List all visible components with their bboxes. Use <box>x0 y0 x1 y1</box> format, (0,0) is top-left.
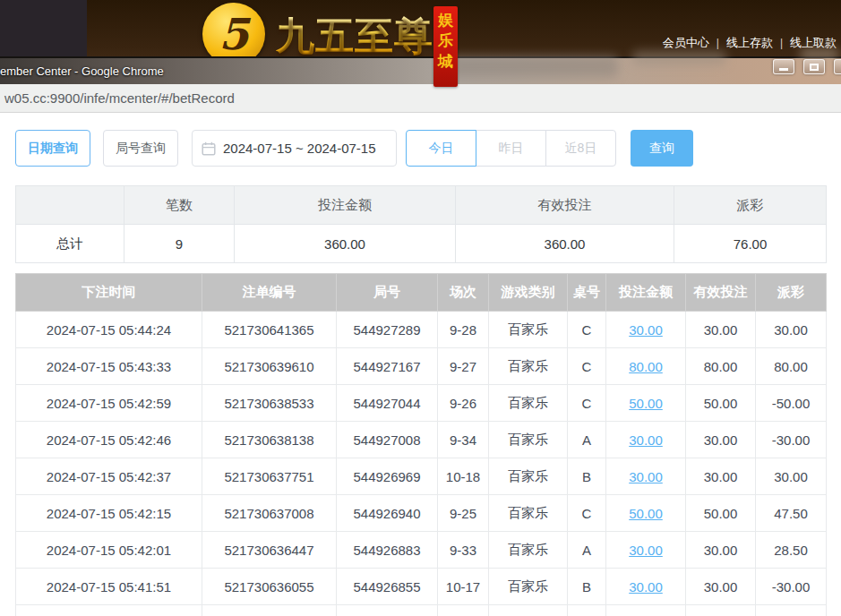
cell-game-type: 百家乐 <box>489 532 568 569</box>
cell-valid-bet: 80.00 <box>686 348 756 385</box>
search-button[interactable]: 查询 <box>631 130 693 167</box>
bet-amount-link[interactable]: 30.00 <box>629 432 663 448</box>
bet-amount-link[interactable]: 30.00 <box>629 322 663 338</box>
cell-table-number: B <box>568 569 606 605</box>
cell-table-number: C <box>568 495 606 532</box>
nav-separator: | <box>717 37 719 49</box>
cell-bet-amount: 80.00 <box>606 348 686 385</box>
summary-header-payout: 派彩 <box>674 186 827 225</box>
address-bar[interactable]: w05.cc:9900/infe/mcenter/#/betRecord <box>0 84 841 113</box>
cell-bet-time: 2024-07-15 05:42:37 <box>16 458 202 495</box>
cell-bet-amount: 50.00 <box>606 385 686 422</box>
date-query-tab[interactable]: 日期查询 <box>15 130 90 167</box>
bet-amount-link[interactable]: 30.00 <box>629 579 663 595</box>
cell-payout: 80.00 <box>756 348 827 385</box>
cell-bet-time: 2024-07-15 05:42:46 <box>16 422 202 458</box>
summary-header-blank <box>16 186 124 225</box>
window-title: ember Center - Google Chrome <box>0 64 164 78</box>
cell-bet-amount: 30.00 <box>606 532 686 569</box>
round-query-tab[interactable]: 局号查询 <box>103 130 178 167</box>
minimize-button[interactable] <box>773 59 794 74</box>
cell-round-number: 544927289 <box>337 312 438 348</box>
cell-order-number: 521730637008 <box>202 495 337 532</box>
bet-amount-link[interactable]: 80.00 <box>629 359 663 374</box>
table-row: 2024-07-15 05:41:44521730635859544926839… <box>16 605 827 616</box>
cell-valid-bet: 30.00 <box>686 605 756 616</box>
maximize-icon <box>810 64 819 71</box>
cell-session: 9-28 <box>438 312 489 348</box>
cell-session: 9-25 <box>438 495 489 532</box>
banner-char: 乐 <box>438 33 453 48</box>
cell-order-number: 521730638533 <box>202 385 337 422</box>
cell-valid-bet: 30.00 <box>686 422 756 458</box>
cell-order-number: 521730638138 <box>202 422 337 458</box>
cell-table-number: C <box>568 605 606 616</box>
cell-session: 10-18 <box>438 458 489 495</box>
nav-link-member-center[interactable]: 会员中心 <box>663 35 709 51</box>
summary-total-valid-bet: 360.00 <box>456 225 674 263</box>
date-range-input[interactable]: 2024-07-15 ~ 2024-07-15 <box>192 130 397 167</box>
close-button[interactable] <box>834 59 841 74</box>
maximize-button[interactable] <box>803 59 825 74</box>
cell-bet-time: 2024-07-15 05:44:24 <box>16 312 202 348</box>
url-text: w05.cc:9900/infe/mcenter/#/betRecord <box>4 90 235 106</box>
cell-session: 9-34 <box>438 422 489 458</box>
banner-char: 娱 <box>438 13 453 28</box>
cell-game-type: 百家乐 <box>489 312 568 348</box>
bet-amount-link[interactable]: 30.00 <box>629 543 663 558</box>
minimize-icon <box>779 68 788 71</box>
cell-bet-amount: 50.00 <box>606 495 686 532</box>
quick-btn-today[interactable]: 今日 <box>406 130 476 167</box>
cell-game-type: 百家乐 <box>489 495 568 532</box>
header-valid-bet: 有效投注 <box>686 274 756 312</box>
cell-bet-amount: 30.00 <box>606 422 686 458</box>
cell-session: 9-24 <box>438 605 489 616</box>
cell-game-type: 百家乐 <box>489 569 568 605</box>
quick-btn-last8days[interactable]: 近8日 <box>545 130 616 167</box>
summary-header-count: 笔数 <box>124 186 235 225</box>
cell-game-type: 百家乐 <box>489 605 568 616</box>
cell-valid-bet: 50.00 <box>686 385 756 422</box>
table-row: 2024-07-15 05:42:15521730637008544926940… <box>16 495 827 532</box>
bet-table-header-row: 下注时间 注单编号 局号 场次 游戏类别 桌号 投注金额 有效投注 派彩 <box>16 274 827 312</box>
cell-table-number: A <box>568 422 606 458</box>
cell-order-number: 521730636447 <box>202 532 337 569</box>
summary-table: 笔数 投注金额 有效投注 派彩 总计 9 360.00 360.00 76.00 <box>15 185 827 263</box>
cell-session: 9-26 <box>438 385 489 422</box>
cell-bet-time: 2024-07-15 05:41:51 <box>16 569 202 605</box>
bet-amount-link[interactable]: 50.00 <box>629 396 663 411</box>
cell-round-number: 544927008 <box>337 422 438 458</box>
cell-order-number: 521730641365 <box>202 312 337 348</box>
quick-range-group: 今日 昨日 近8日 <box>406 130 616 167</box>
header-bet-time: 下注时间 <box>16 274 202 312</box>
table-row: 2024-07-15 05:42:46521730638138544927008… <box>16 422 827 458</box>
cell-order-number: 521730637751 <box>202 458 337 495</box>
cell-table-number: C <box>568 348 606 385</box>
header-session: 场次 <box>438 274 489 312</box>
cell-order-number: 521730636055 <box>202 569 337 605</box>
summary-total-row: 总计 9 360.00 360.00 76.00 <box>16 225 827 263</box>
blurred-region <box>632 51 726 65</box>
cell-game-type: 百家乐 <box>489 422 568 458</box>
screen: 5 九五至尊 娱 乐 城 会员中心 | 线上存款 | 线上取款 ember Ce… <box>0 0 841 616</box>
cell-payout: 47.50 <box>756 495 827 532</box>
quick-btn-yesterday[interactable]: 昨日 <box>476 130 546 167</box>
bet-amount-link[interactable]: 30.00 <box>629 469 663 484</box>
summary-header-valid-bet: 有效投注 <box>456 186 674 225</box>
cell-bet-time: 2024-07-15 05:42:15 <box>16 495 202 532</box>
header-order-number: 注单编号 <box>202 274 337 312</box>
cell-round-number: 544926969 <box>337 458 438 495</box>
cell-payout: -30.00 <box>756 422 827 458</box>
table-row: 2024-07-15 05:42:37521730637751544926969… <box>16 458 827 495</box>
cell-game-type: 百家乐 <box>489 348 568 385</box>
cell-payout: 30.00 <box>756 312 827 348</box>
cell-bet-time: 2024-07-15 05:42:59 <box>16 385 202 422</box>
cell-valid-bet: 30.00 <box>686 532 756 569</box>
header-bet-amount: 投注金额 <box>606 274 686 312</box>
nav-link-online-deposit[interactable]: 线上存款 <box>726 35 773 51</box>
bet-amount-link[interactable]: 50.00 <box>629 506 663 521</box>
cell-session: 10-17 <box>438 569 489 605</box>
cell-bet-amount: 30.00 <box>606 569 686 605</box>
cell-valid-bet: 50.00 <box>686 495 756 532</box>
cell-payout: 30.00 <box>756 458 827 495</box>
